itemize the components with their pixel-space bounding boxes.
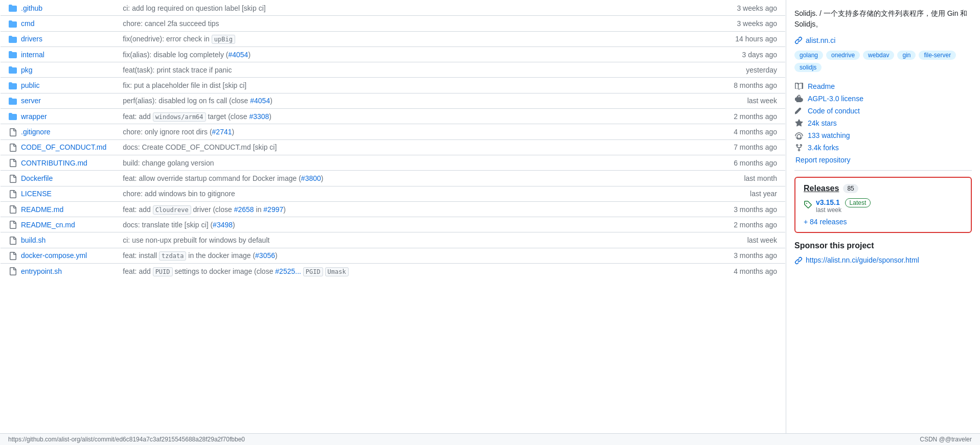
file-icon: docker-compose.yml xyxy=(9,251,87,260)
table-row: .gitignore chore: only ignore root dirs … xyxy=(1,124,786,139)
file-name-link[interactable]: .github xyxy=(21,4,42,12)
more-releases-link[interactable]: + 84 releases xyxy=(804,218,963,226)
table-row: .github ci: add log required on question… xyxy=(1,1,786,16)
release-version-link[interactable]: v3.15.1 xyxy=(816,198,840,206)
meta-link-4[interactable]: 133 watching xyxy=(808,131,850,139)
releases-box: Releases 85 v3.15.1 Latest last week + 8… xyxy=(794,177,972,233)
commit-message: chore: only ignore root dirs (#2741) xyxy=(115,124,641,139)
divider xyxy=(794,170,972,171)
folder-icon xyxy=(9,112,17,121)
file-name-link[interactable]: entrypoint.sh xyxy=(21,267,62,275)
meta-link-0[interactable]: Readme xyxy=(808,82,835,90)
file-name-link[interactable]: build.sh xyxy=(21,236,45,244)
meta-icon-1 xyxy=(794,95,804,103)
meta-link-2[interactable]: Code of conduct xyxy=(808,107,860,115)
table-row: LICENSE chore: add windows bin to gitign… xyxy=(1,186,786,201)
release-item: v3.15.1 Latest last week xyxy=(804,198,963,214)
topics-container: golangonedrivewebdavginfile-serversolidj… xyxy=(794,51,972,72)
release-date: last week xyxy=(816,206,871,214)
file-time: 7 months ago xyxy=(641,139,786,155)
file-name-link[interactable]: .gitignore xyxy=(21,128,51,136)
file-name-link[interactable]: internal xyxy=(21,51,44,59)
file-explorer: .github ci: add log required on question… xyxy=(0,0,786,445)
file-icon xyxy=(9,220,17,229)
file-icon xyxy=(9,205,17,214)
sponsor-link-text: https://alist.nn.ci/guide/sponsor.html xyxy=(806,256,919,264)
file-name-link[interactable]: CODE_OF_CONDUCT.md xyxy=(21,143,106,151)
release-version-row: v3.15.1 Latest xyxy=(816,198,871,206)
meta-item: 133 watching xyxy=(794,129,972,142)
folder-icon xyxy=(9,19,17,28)
topic-tag[interactable]: onedrive xyxy=(826,51,860,60)
file-icon xyxy=(9,127,17,136)
file-time: 2 months ago xyxy=(641,109,786,124)
file-name-link[interactable]: Dockerfile xyxy=(21,174,53,182)
commit-message: docs: Create CODE_OF_CONDUCT.md [skip ci… xyxy=(115,139,641,155)
table-row: README.md feat: add Cloudreve driver (cl… xyxy=(1,201,786,217)
repo-website-link[interactable]: alist.nn.ci xyxy=(794,36,972,44)
folder-icon xyxy=(9,35,17,43)
table-row: pkg feat(task): print stack trace if pan… xyxy=(1,62,786,78)
file-time: 14 hours ago xyxy=(641,31,786,46)
file-name-link[interactable]: drivers xyxy=(21,35,42,43)
file-name-link[interactable]: LICENSE xyxy=(21,190,52,198)
file-icon: public xyxy=(9,81,40,89)
folder-icon xyxy=(9,65,17,74)
commit-message: feat(task): print stack trace if panic xyxy=(115,62,641,78)
file-icon xyxy=(9,158,17,167)
file-name-link[interactable]: public xyxy=(21,81,40,89)
meta-item: 24k stars xyxy=(794,117,972,129)
file-name-link[interactable]: README_cn.md xyxy=(21,221,75,229)
status-bar: https://github.com/alist-org/alist/commi… xyxy=(0,433,980,445)
meta-link-5[interactable]: 3.4k forks xyxy=(808,144,839,152)
file-name-link[interactable]: server xyxy=(21,97,41,105)
repo-description: Solidjs. / 一个支持多存储的文件列表程序，使用 Gin 和 Solid… xyxy=(794,8,972,30)
sponsor-link[interactable]: https://alist.nn.ci/guide/sponsor.html xyxy=(794,255,972,264)
meta-icon-0 xyxy=(794,82,804,90)
file-time: 2 months ago xyxy=(641,217,786,232)
topic-tag[interactable]: file-server xyxy=(919,51,956,60)
link-icon xyxy=(794,36,803,44)
meta-list: ReadmeAGPL-3.0 licenseCode of conduct24k… xyxy=(794,80,972,154)
file-icon xyxy=(9,267,17,275)
file-icon: CONTRIBUTING.md xyxy=(9,158,87,167)
file-time: 6 months ago xyxy=(641,155,786,170)
topic-tag[interactable]: solidjs xyxy=(794,63,822,72)
releases-count: 85 xyxy=(843,184,858,193)
file-table: .github ci: add log required on question… xyxy=(0,0,786,279)
file-name-link[interactable]: cmd xyxy=(21,19,34,28)
file-name-link[interactable]: pkg xyxy=(21,66,33,74)
file-name-link[interactable]: docker-compose.yml xyxy=(21,251,87,260)
file-time: 8 months ago xyxy=(641,78,786,93)
file-time: 3 days ago xyxy=(641,46,786,62)
commit-message: chore: add windows bin to gitignore xyxy=(115,186,641,201)
file-icon: cmd xyxy=(9,19,34,28)
tag-icon xyxy=(804,199,812,208)
report-repository-link[interactable]: Report repository xyxy=(794,156,972,164)
file-name-link[interactable]: CONTRIBUTING.md xyxy=(21,159,87,167)
meta-link-3[interactable]: 24k stars xyxy=(808,119,837,127)
table-row: wrapper feat: add windows/arm64 target (… xyxy=(1,109,786,124)
topic-tag[interactable]: webdav xyxy=(863,51,894,60)
commit-message: fix(alias): disable log completely (#405… xyxy=(115,46,641,62)
file-name-link[interactable]: README.md xyxy=(21,205,63,214)
meta-icon-2 xyxy=(794,107,804,115)
file-icon: CODE_OF_CONDUCT.md xyxy=(9,143,106,152)
file-icon: .github xyxy=(9,4,42,12)
repo-website-text: alist.nn.ci xyxy=(806,36,835,44)
folder-icon xyxy=(9,4,17,12)
releases-title-link[interactable]: Releases xyxy=(804,184,839,193)
file-icon: server xyxy=(9,97,41,105)
file-time: yesterday xyxy=(641,62,786,78)
commit-message: feat: add PUID settings to docker image … xyxy=(115,264,641,279)
file-time: 4 months ago xyxy=(641,124,786,139)
meta-item: 3.4k forks xyxy=(794,142,972,154)
topic-tag[interactable]: gin xyxy=(897,51,916,60)
meta-link-1[interactable]: AGPL-3.0 license xyxy=(808,95,863,103)
folder-icon xyxy=(9,81,17,89)
commit-message: feat: install tzdata in the docker image… xyxy=(115,248,641,263)
table-row: Dockerfile feat: allow override startup … xyxy=(1,171,786,186)
file-name-link[interactable]: wrapper xyxy=(21,112,47,121)
topic-tag[interactable]: golang xyxy=(794,51,823,60)
meta-item: Readme xyxy=(794,80,972,92)
